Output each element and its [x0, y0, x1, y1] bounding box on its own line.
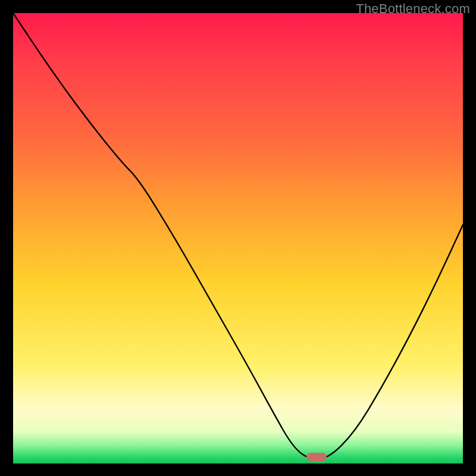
plot-area	[13, 13, 463, 464]
bottleneck-curve	[13, 13, 463, 464]
curve-path	[13, 13, 463, 459]
optimal-marker	[306, 453, 327, 461]
chart-frame: TheBottleneck.com	[0, 0, 476, 476]
